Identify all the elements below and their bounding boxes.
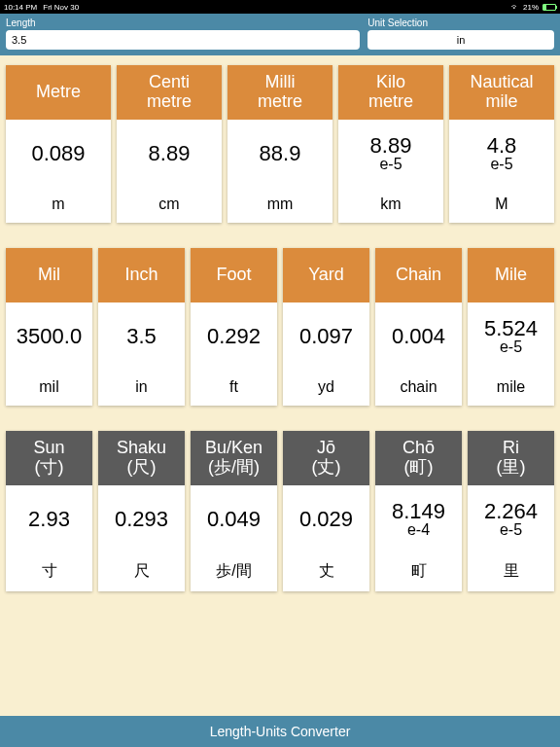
card-unit: ft (191, 371, 277, 406)
card-value: 0.097 (283, 302, 369, 371)
card-title: Ri(里) (468, 431, 554, 485)
card-value: 2.93 (6, 485, 92, 553)
unit-card[interactable]: Centimetre8.89cm (117, 65, 222, 223)
card-title: Jō(丈) (283, 431, 369, 485)
length-input[interactable] (6, 30, 360, 50)
card-unit: chain (375, 371, 462, 406)
unit-card[interactable]: Jō(丈)0.029丈 (283, 431, 369, 591)
unit-card[interactable]: Inch3.5in (98, 248, 185, 406)
unit-card[interactable]: Yard0.097yd (283, 248, 369, 406)
card-value: 4.8e-5 (449, 120, 554, 188)
card-value: 8.89e-5 (338, 120, 443, 188)
card-title: Centimetre (117, 65, 222, 120)
unit-select[interactable] (368, 30, 554, 50)
unit-card[interactable]: Chain0.004chain (375, 248, 462, 406)
status-time: 10:14 PM (4, 3, 37, 12)
card-unit: 尺 (98, 553, 185, 591)
card-value: 88.9 (228, 120, 332, 188)
unit-card[interactable]: Bu/Ken(歩/間)0.049歩/間 (191, 431, 277, 591)
card-value: 0.029 (283, 485, 369, 553)
unit-card[interactable]: Kilometre8.89e-5km (338, 65, 443, 223)
status-date: Fri Nov 30 (43, 3, 79, 12)
card-title: Yard (283, 248, 369, 302)
footer-title: Length-Units Converter (0, 716, 560, 747)
unit-card[interactable]: Foot0.292ft (191, 248, 277, 406)
card-title: Chō(町) (375, 431, 462, 485)
card-value: 3.5 (98, 302, 185, 371)
card-unit: 丈 (283, 553, 369, 591)
card-title: Inch (98, 248, 185, 302)
card-value: 3500.0 (6, 302, 92, 371)
card-title: Mile (468, 248, 554, 302)
card-title: Shaku(尺) (98, 431, 185, 485)
unit-selection-label: Unit Selection (368, 18, 554, 28)
card-value: 8.149e-4 (375, 485, 462, 553)
card-title: Foot (191, 248, 277, 302)
battery-pct: 21% (523, 3, 539, 12)
card-value: 8.89 (117, 120, 222, 188)
status-bar: 10:14 PM Fri Nov 30 ᯤ 21% (0, 0, 560, 14)
card-title: Metre (6, 65, 111, 120)
card-title: Kilometre (338, 65, 443, 120)
card-title: Chain (375, 248, 462, 302)
header: Length Unit Selection (0, 14, 560, 55)
unit-card[interactable]: Mile5.524e-5mile (468, 248, 554, 406)
card-title: Nauticalmile (449, 65, 554, 120)
battery-icon (542, 4, 556, 11)
card-title: Sun(寸) (6, 431, 92, 485)
card-unit: cm (117, 188, 222, 223)
unit-card[interactable]: Chō(町)8.149e-4町 (375, 431, 462, 591)
card-title: Mil (6, 248, 92, 302)
card-unit: M (449, 188, 554, 223)
card-unit: 町 (375, 553, 462, 591)
card-unit: 寸 (6, 553, 92, 591)
card-unit: km (338, 188, 443, 223)
wifi-icon: ᯤ (511, 3, 519, 12)
card-value: 2.264e-5 (468, 485, 554, 553)
unit-card[interactable]: Shaku(尺)0.293尺 (98, 431, 185, 591)
card-value: 0.293 (98, 485, 185, 553)
card-value: 0.004 (375, 302, 462, 371)
unit-card[interactable]: Ri(里)2.264e-5里 (468, 431, 554, 591)
card-title: Millimetre (228, 65, 332, 120)
card-unit: in (98, 371, 185, 406)
card-unit: mil (6, 371, 92, 406)
card-unit: mile (468, 371, 554, 406)
unit-card[interactable]: Metre0.089m (6, 65, 111, 223)
card-unit: mm (228, 188, 332, 223)
card-unit: yd (283, 371, 369, 406)
unit-card[interactable]: Millimetre88.9mm (228, 65, 332, 223)
card-value: 0.292 (191, 302, 277, 371)
length-label: Length (6, 18, 360, 28)
unit-card[interactable]: Sun(寸)2.93寸 (6, 431, 92, 591)
card-value: 0.049 (191, 485, 277, 553)
card-title: Bu/Ken(歩/間) (191, 431, 277, 485)
card-value: 5.524e-5 (468, 302, 554, 371)
card-row: Sun(寸)2.93寸Shaku(尺)0.293尺Bu/Ken(歩/間)0.04… (6, 431, 554, 591)
card-unit: m (6, 188, 111, 223)
card-value: 0.089 (6, 120, 111, 188)
unit-card[interactable]: Nauticalmile4.8e-5M (449, 65, 554, 223)
card-row: Metre0.089mCentimetre8.89cmMillimetre88.… (6, 65, 554, 223)
unit-card[interactable]: Mil3500.0mil (6, 248, 92, 406)
card-unit: 歩/間 (191, 553, 277, 591)
card-unit: 里 (468, 553, 554, 591)
card-row: Mil3500.0milInch3.5inFoot0.292ftYard0.09… (6, 248, 554, 406)
cards-content: Metre0.089mCentimetre8.89cmMillimetre88.… (0, 55, 560, 716)
